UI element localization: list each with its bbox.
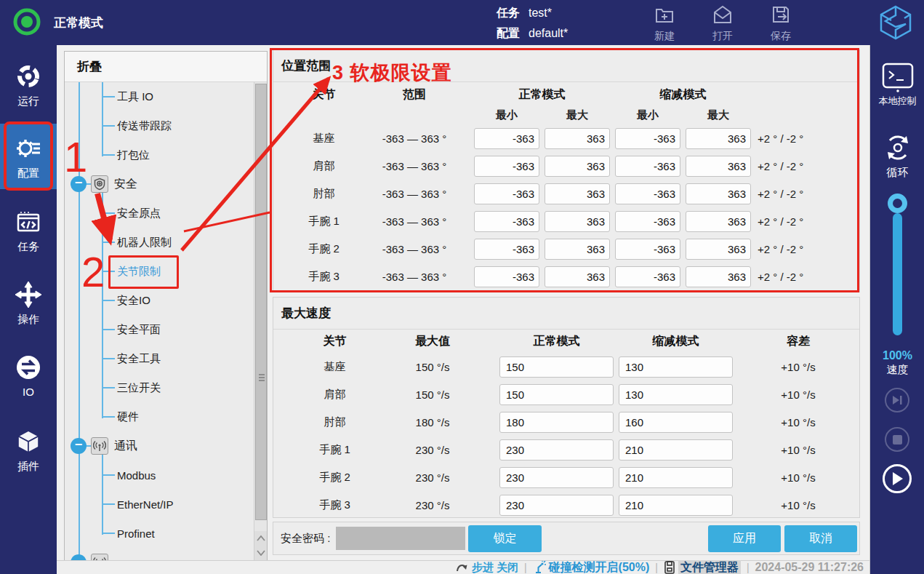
collapse-minus-icon[interactable]: − <box>71 554 87 560</box>
scroll-down-button[interactable] <box>254 546 267 560</box>
reduced-speed-input[interactable] <box>619 467 733 488</box>
loop-icon[interactable] <box>883 132 913 166</box>
normal-speed-input[interactable] <box>499 356 614 378</box>
tree-item[interactable]: − <box>65 199 267 228</box>
tree-item[interactable]: − <box>65 257 267 286</box>
new-button[interactable]: 新建 <box>642 4 687 43</box>
collapse-minus-icon[interactable]: − <box>71 438 87 454</box>
max-speed-header: 关节 最大值 正常模式 缩减模式 容差 <box>273 330 859 353</box>
new-label: 新建 <box>642 30 687 43</box>
tree-item[interactable]: − <box>65 431 267 461</box>
tree-scrollbar[interactable] <box>254 82 267 560</box>
nav-task[interactable]: 任务 <box>0 209 57 254</box>
tree-item-label: 关节限制 <box>117 265 161 279</box>
reduced-speed-input[interactable] <box>619 356 733 378</box>
reduced-max-input[interactable] <box>686 211 751 232</box>
collision-detection-status[interactable]: 碰撞检测开启(50%) <box>533 560 650 574</box>
tree-item-label: 安全平面 <box>117 323 161 337</box>
step-mode-status[interactable]: 步进 关闭 <box>456 561 518 574</box>
reduced-min-input[interactable] <box>615 128 680 149</box>
tree-item[interactable]: − <box>65 519 267 548</box>
normal-min-input[interactable] <box>474 156 539 177</box>
speed-label: 速度 <box>870 363 924 377</box>
lock-button[interactable]: 锁定 <box>468 525 542 552</box>
normal-speed-input[interactable] <box>499 412 614 433</box>
normal-max-input[interactable] <box>545 266 610 287</box>
nav-io[interactable]: IO <box>0 354 57 398</box>
tree-item[interactable]: − <box>65 82 267 111</box>
config-label: 配置 <box>497 26 520 41</box>
max-speed-row: 基座 150 °/s +10 °/s <box>273 353 859 380</box>
normal-min-input[interactable] <box>474 211 539 232</box>
normal-max-input[interactable] <box>545 239 610 260</box>
tree-item[interactable]: − <box>65 461 267 490</box>
cancel-button[interactable]: 取消 <box>784 525 857 552</box>
normal-speed-input[interactable] <box>499 384 614 405</box>
local-control-icon[interactable] <box>882 63 914 96</box>
reduced-min-input[interactable] <box>615 239 680 260</box>
normal-max-input[interactable] <box>545 128 610 149</box>
normal-max-input[interactable] <box>545 211 610 232</box>
joint-range: -363 — 363 ° <box>360 243 469 255</box>
scrollbar-thumb[interactable] <box>255 84 267 520</box>
reduced-speed-input[interactable] <box>619 412 733 433</box>
tree-item[interactable]: − <box>65 315 267 344</box>
normal-min-input[interactable] <box>474 128 539 149</box>
nav-operate[interactable]: 操作 <box>0 282 57 327</box>
reduced-min-input[interactable] <box>615 266 680 287</box>
tree-item[interactable]: − <box>65 286 267 315</box>
file-manager-status[interactable]: 文件管理器 <box>664 560 741 574</box>
reduced-max-input[interactable] <box>686 128 751 149</box>
reduced-min-input[interactable] <box>615 156 680 177</box>
tree-item[interactable]: − <box>65 111 267 140</box>
max-speed-row: 手腕 1 230 °/s +10 °/s <box>273 436 859 463</box>
tree-item[interactable]: − <box>65 344 267 373</box>
normal-speed-input[interactable] <box>499 467 614 488</box>
open-button[interactable]: 打开 <box>700 4 745 43</box>
normal-speed-input[interactable] <box>499 439 614 461</box>
reduced-speed-input[interactable] <box>619 439 733 461</box>
nav-config[interactable]: 配置 <box>0 124 57 189</box>
reduced-speed-input[interactable] <box>619 495 733 516</box>
speed-slider-track[interactable] <box>893 213 902 335</box>
apply-button[interactable]: 应用 <box>708 525 781 552</box>
reduced-min-input[interactable] <box>615 183 680 204</box>
step-forward-button[interactable] <box>885 388 909 412</box>
tree-collapse-header[interactable]: 折叠 <box>65 52 267 82</box>
play-button[interactable] <box>883 464 912 493</box>
normal-speed-input[interactable] <box>499 495 614 516</box>
normal-max-input[interactable] <box>545 156 610 177</box>
max-speed-rows: 基座 150 °/s +10 °/s 肩部 150 °/s +10 °/s 肘部 <box>273 353 859 519</box>
reduced-speed-input[interactable] <box>619 384 733 405</box>
reduced-max-input[interactable] <box>686 239 751 260</box>
tree-item[interactable]: − <box>65 140 267 170</box>
tolerance-value: +2 ° / -2 ° <box>756 271 865 283</box>
normal-min-input[interactable] <box>474 183 539 204</box>
nav-plugin[interactable]: 插件 <box>0 428 57 474</box>
tree-item[interactable]: − <box>65 170 267 199</box>
reduced-max-input[interactable] <box>686 183 751 204</box>
reduced-max-input[interactable] <box>686 266 751 287</box>
password-input[interactable] <box>336 527 465 550</box>
tree-item[interactable]: − <box>65 373 267 402</box>
reduced-min-input[interactable] <box>615 211 680 232</box>
nav-run-label: 运行 <box>0 95 57 108</box>
reduced-max-input[interactable] <box>686 156 751 177</box>
normal-min-input[interactable] <box>474 239 539 260</box>
normal-max-input[interactable] <box>545 183 610 204</box>
max-value: 230 °/s <box>371 471 494 484</box>
speed-slider-handle[interactable] <box>888 194 907 213</box>
collapse-minus-icon[interactable]: − <box>71 176 87 192</box>
tree-item[interactable]: − <box>65 402 267 431</box>
stop-button[interactable] <box>885 427 909 452</box>
tree-item[interactable]: − <box>65 548 267 560</box>
nav-run[interactable]: 运行 <box>0 63 57 108</box>
position-range-title: 位置范围 <box>273 50 859 82</box>
scroll-up-button[interactable] <box>254 531 267 546</box>
tree-item-label: 安全IO <box>117 294 150 308</box>
normal-min-input[interactable] <box>474 266 539 287</box>
tree-item[interactable]: − <box>65 490 267 519</box>
nav-io-label: IO <box>0 386 57 398</box>
save-button[interactable]: 保存 <box>758 4 803 43</box>
tree-item[interactable]: − <box>65 228 267 257</box>
